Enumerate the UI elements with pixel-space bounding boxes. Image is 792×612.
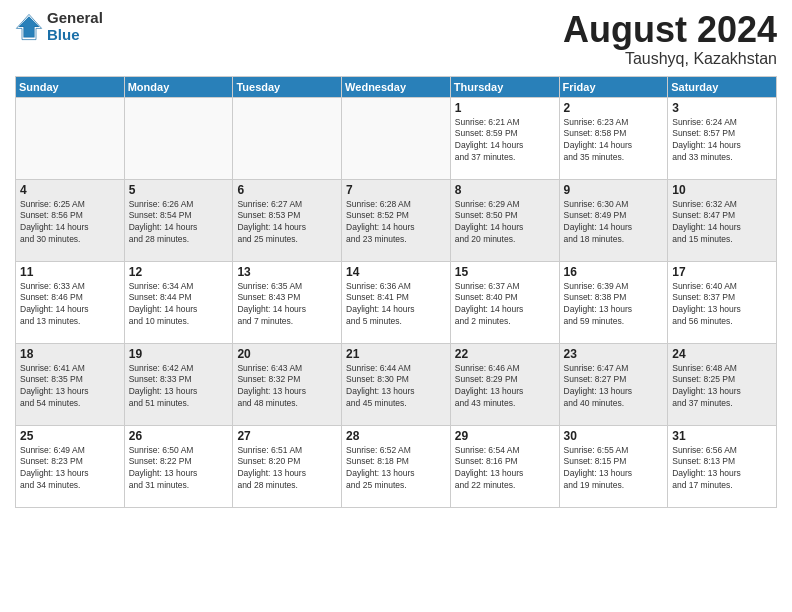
day-info: Sunrise: 6:47 AM Sunset: 8:27 PM Dayligh… — [564, 363, 664, 411]
day-number: 19 — [129, 347, 229, 361]
table-row: 30Sunrise: 6:55 AM Sunset: 8:15 PM Dayli… — [559, 425, 668, 507]
day-number: 3 — [672, 101, 772, 115]
day-number: 30 — [564, 429, 664, 443]
header-friday: Friday — [559, 76, 668, 97]
day-info: Sunrise: 6:32 AM Sunset: 8:47 PM Dayligh… — [672, 199, 772, 247]
day-info: Sunrise: 6:48 AM Sunset: 8:25 PM Dayligh… — [672, 363, 772, 411]
header-tuesday: Tuesday — [233, 76, 342, 97]
table-row: 16Sunrise: 6:39 AM Sunset: 8:38 PM Dayli… — [559, 261, 668, 343]
day-number: 4 — [20, 183, 120, 197]
logo-text: General Blue — [47, 10, 103, 43]
calendar-row: 11Sunrise: 6:33 AM Sunset: 8:46 PM Dayli… — [16, 261, 777, 343]
location-title: Taushyq, Kazakhstan — [563, 50, 777, 68]
day-info: Sunrise: 6:24 AM Sunset: 8:57 PM Dayligh… — [672, 117, 772, 165]
header-monday: Monday — [124, 76, 233, 97]
table-row — [124, 97, 233, 179]
table-row: 21Sunrise: 6:44 AM Sunset: 8:30 PM Dayli… — [342, 343, 451, 425]
day-number: 18 — [20, 347, 120, 361]
day-number: 13 — [237, 265, 337, 279]
day-number: 22 — [455, 347, 555, 361]
day-number: 28 — [346, 429, 446, 443]
table-row: 27Sunrise: 6:51 AM Sunset: 8:20 PM Dayli… — [233, 425, 342, 507]
weekday-header-row: Sunday Monday Tuesday Wednesday Thursday… — [16, 76, 777, 97]
table-row: 10Sunrise: 6:32 AM Sunset: 8:47 PM Dayli… — [668, 179, 777, 261]
table-row: 4Sunrise: 6:25 AM Sunset: 8:56 PM Daylig… — [16, 179, 125, 261]
day-info: Sunrise: 6:23 AM Sunset: 8:58 PM Dayligh… — [564, 117, 664, 165]
logo-general-text: General — [47, 10, 103, 27]
table-row: 11Sunrise: 6:33 AM Sunset: 8:46 PM Dayli… — [16, 261, 125, 343]
table-row: 9Sunrise: 6:30 AM Sunset: 8:49 PM Daylig… — [559, 179, 668, 261]
day-info: Sunrise: 6:30 AM Sunset: 8:49 PM Dayligh… — [564, 199, 664, 247]
table-row — [233, 97, 342, 179]
calendar-row: 4Sunrise: 6:25 AM Sunset: 8:56 PM Daylig… — [16, 179, 777, 261]
logo-icon — [15, 13, 43, 41]
day-info: Sunrise: 6:27 AM Sunset: 8:53 PM Dayligh… — [237, 199, 337, 247]
day-number: 26 — [129, 429, 229, 443]
day-info: Sunrise: 6:36 AM Sunset: 8:41 PM Dayligh… — [346, 281, 446, 329]
table-row: 5Sunrise: 6:26 AM Sunset: 8:54 PM Daylig… — [124, 179, 233, 261]
day-info: Sunrise: 6:40 AM Sunset: 8:37 PM Dayligh… — [672, 281, 772, 329]
day-number: 1 — [455, 101, 555, 115]
day-number: 9 — [564, 183, 664, 197]
day-info: Sunrise: 6:42 AM Sunset: 8:33 PM Dayligh… — [129, 363, 229, 411]
title-block: August 2024 Taushyq, Kazakhstan — [563, 10, 777, 68]
header-thursday: Thursday — [450, 76, 559, 97]
logo: General Blue — [15, 10, 103, 43]
day-number: 5 — [129, 183, 229, 197]
calendar: Sunday Monday Tuesday Wednesday Thursday… — [15, 76, 777, 508]
day-info: Sunrise: 6:35 AM Sunset: 8:43 PM Dayligh… — [237, 281, 337, 329]
table-row: 13Sunrise: 6:35 AM Sunset: 8:43 PM Dayli… — [233, 261, 342, 343]
day-number: 20 — [237, 347, 337, 361]
table-row: 15Sunrise: 6:37 AM Sunset: 8:40 PM Dayli… — [450, 261, 559, 343]
calendar-row: 1Sunrise: 6:21 AM Sunset: 8:59 PM Daylig… — [16, 97, 777, 179]
table-row: 3Sunrise: 6:24 AM Sunset: 8:57 PM Daylig… — [668, 97, 777, 179]
table-row: 29Sunrise: 6:54 AM Sunset: 8:16 PM Dayli… — [450, 425, 559, 507]
day-info: Sunrise: 6:56 AM Sunset: 8:13 PM Dayligh… — [672, 445, 772, 493]
header: General Blue August 2024 Taushyq, Kazakh… — [15, 10, 777, 68]
day-info: Sunrise: 6:55 AM Sunset: 8:15 PM Dayligh… — [564, 445, 664, 493]
day-number: 23 — [564, 347, 664, 361]
day-number: 25 — [20, 429, 120, 443]
day-info: Sunrise: 6:37 AM Sunset: 8:40 PM Dayligh… — [455, 281, 555, 329]
day-info: Sunrise: 6:34 AM Sunset: 8:44 PM Dayligh… — [129, 281, 229, 329]
day-info: Sunrise: 6:49 AM Sunset: 8:23 PM Dayligh… — [20, 445, 120, 493]
day-number: 24 — [672, 347, 772, 361]
day-number: 8 — [455, 183, 555, 197]
table-row: 22Sunrise: 6:46 AM Sunset: 8:29 PM Dayli… — [450, 343, 559, 425]
table-row — [16, 97, 125, 179]
day-number: 10 — [672, 183, 772, 197]
table-row: 19Sunrise: 6:42 AM Sunset: 8:33 PM Dayli… — [124, 343, 233, 425]
day-info: Sunrise: 6:44 AM Sunset: 8:30 PM Dayligh… — [346, 363, 446, 411]
table-row: 20Sunrise: 6:43 AM Sunset: 8:32 PM Dayli… — [233, 343, 342, 425]
calendar-row: 25Sunrise: 6:49 AM Sunset: 8:23 PM Dayli… — [16, 425, 777, 507]
header-saturday: Saturday — [668, 76, 777, 97]
logo-blue-text: Blue — [47, 27, 103, 44]
calendar-body: 1Sunrise: 6:21 AM Sunset: 8:59 PM Daylig… — [16, 97, 777, 507]
day-number: 7 — [346, 183, 446, 197]
day-number: 17 — [672, 265, 772, 279]
table-row — [342, 97, 451, 179]
table-row: 23Sunrise: 6:47 AM Sunset: 8:27 PM Dayli… — [559, 343, 668, 425]
table-row: 7Sunrise: 6:28 AM Sunset: 8:52 PM Daylig… — [342, 179, 451, 261]
table-row: 12Sunrise: 6:34 AM Sunset: 8:44 PM Dayli… — [124, 261, 233, 343]
table-row: 17Sunrise: 6:40 AM Sunset: 8:37 PM Dayli… — [668, 261, 777, 343]
day-info: Sunrise: 6:46 AM Sunset: 8:29 PM Dayligh… — [455, 363, 555, 411]
day-number: 29 — [455, 429, 555, 443]
day-number: 6 — [237, 183, 337, 197]
table-row: 31Sunrise: 6:56 AM Sunset: 8:13 PM Dayli… — [668, 425, 777, 507]
page: General Blue August 2024 Taushyq, Kazakh… — [0, 0, 792, 612]
table-row: 6Sunrise: 6:27 AM Sunset: 8:53 PM Daylig… — [233, 179, 342, 261]
month-title: August 2024 — [563, 10, 777, 50]
day-info: Sunrise: 6:50 AM Sunset: 8:22 PM Dayligh… — [129, 445, 229, 493]
table-row: 26Sunrise: 6:50 AM Sunset: 8:22 PM Dayli… — [124, 425, 233, 507]
table-row: 28Sunrise: 6:52 AM Sunset: 8:18 PM Dayli… — [342, 425, 451, 507]
day-number: 21 — [346, 347, 446, 361]
day-info: Sunrise: 6:41 AM Sunset: 8:35 PM Dayligh… — [20, 363, 120, 411]
day-info: Sunrise: 6:26 AM Sunset: 8:54 PM Dayligh… — [129, 199, 229, 247]
header-sunday: Sunday — [16, 76, 125, 97]
day-info: Sunrise: 6:33 AM Sunset: 8:46 PM Dayligh… — [20, 281, 120, 329]
day-info: Sunrise: 6:39 AM Sunset: 8:38 PM Dayligh… — [564, 281, 664, 329]
table-row: 8Sunrise: 6:29 AM Sunset: 8:50 PM Daylig… — [450, 179, 559, 261]
table-row: 24Sunrise: 6:48 AM Sunset: 8:25 PM Dayli… — [668, 343, 777, 425]
table-row: 2Sunrise: 6:23 AM Sunset: 8:58 PM Daylig… — [559, 97, 668, 179]
